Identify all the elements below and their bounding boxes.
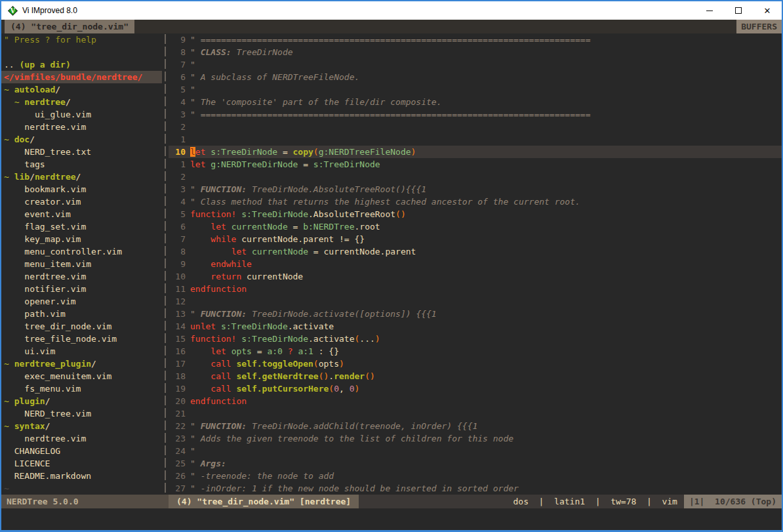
- code-line[interactable]: 11endfunction: [169, 283, 782, 295]
- code-line[interactable]: 13" FUNCTION: TreeDirNode.activate([opti…: [169, 308, 782, 320]
- main-area: " Press ? for help .. (up a dir)</vimfil…: [1, 33, 782, 495]
- tree-item[interactable]: nerdtree.vim: [1, 432, 162, 445]
- buffer-status: (4) "tree_dir_node.vim" [nerdtree]: [169, 495, 359, 508]
- tab-bar: (4) "tree_dir_node.vim" BUFFERS: [1, 20, 782, 33]
- tree-item[interactable]: </vimfiles/bundle/nerdtree/: [1, 71, 162, 83]
- code-line[interactable]: 4" The 'composite' part of the file/dir …: [169, 96, 782, 108]
- code-line[interactable]: 27" -inOrder: 1 if the new node should b…: [169, 482, 782, 495]
- code-line[interactable]: 1let g:NERDTreeDirNode = s:TreeDirNode: [169, 158, 782, 171]
- code-line[interactable]: 20endfunction: [169, 395, 782, 407]
- tree-item[interactable]: notifier.vim: [1, 283, 162, 295]
- tree-item[interactable]: creator.vim: [1, 195, 162, 208]
- tree-item[interactable]: menu_controller.vim: [1, 245, 162, 258]
- code-line[interactable]: 7": [169, 58, 782, 71]
- code-line[interactable]: 15function! s:TreeDirNode.activate(...): [169, 333, 782, 345]
- tree-item[interactable]: ~ autoload/: [1, 83, 162, 96]
- code-line[interactable]: 14unlet s:TreeDirNode.activate: [169, 320, 782, 333]
- line-number: 25: [169, 457, 186, 470]
- code-line[interactable]: 2: [169, 121, 782, 133]
- code-line[interactable]: 22" FUNCTION: TreeDirNode.addChild(treen…: [169, 420, 782, 432]
- tree-item[interactable]: ~: [1, 482, 162, 495]
- tree-item[interactable]: NERD_tree.vim: [1, 407, 162, 420]
- tree-item[interactable]: tree_file_node.vim: [1, 333, 162, 345]
- tree-item[interactable]: ~ doc/: [1, 133, 162, 146]
- tree-item[interactable]: menu_item.vim: [1, 258, 162, 270]
- tree-item[interactable]: ~ syntax/: [1, 420, 162, 432]
- tree-item[interactable]: NERD_tree.txt: [1, 146, 162, 158]
- code-line[interactable]: 25" Args:: [169, 457, 782, 470]
- tree-item[interactable]: bookmark.vim: [1, 183, 162, 195]
- code-line[interactable]: 10let s:TreeDirNode = copy(g:NERDTreeFil…: [169, 146, 782, 158]
- tree-item[interactable]: nerdtree.vim: [1, 270, 162, 283]
- tree-item[interactable]: key_map.vim: [1, 233, 162, 245]
- maximize-icon: [735, 7, 742, 14]
- code-line[interactable]: 3" FUNCTION: TreeDirNode.AbsoluteTreeRoo…: [169, 183, 782, 195]
- tree-item[interactable]: path.vim: [1, 308, 162, 320]
- close-button[interactable]: ✕: [753, 1, 782, 20]
- code-line[interactable]: 12: [169, 295, 782, 308]
- code-line[interactable]: 2: [169, 171, 782, 183]
- line-number: 2: [169, 121, 186, 133]
- window-separator[interactable]: [162, 33, 169, 495]
- vim-window: V Vi IMproved 8.0 ✕ (4) "tree_dir_node.v…: [0, 0, 783, 532]
- tree-item[interactable]: ~ nerdtree_plugin/: [1, 358, 162, 370]
- code-line[interactable]: 24": [169, 445, 782, 457]
- nerdtree-status: NERDTree 5.0.0: [1, 495, 169, 508]
- line-number: 8: [169, 245, 186, 258]
- file-info: dos | latin1 | tw=78 | vim: [513, 495, 683, 508]
- code-line[interactable]: 18 call self.getNerdtree().render(): [169, 370, 782, 382]
- tree-item[interactable]: ui.vim: [1, 345, 162, 358]
- code-line[interactable]: 1: [169, 133, 782, 146]
- code-line[interactable]: 5": [169, 83, 782, 96]
- command-line[interactable]: [1, 508, 782, 530]
- tree-item[interactable]: tree_dir_node.vim: [1, 320, 162, 333]
- tree-item[interactable]: ~ lib/nerdtree/: [1, 171, 162, 183]
- tree-item[interactable]: event.vim: [1, 208, 162, 220]
- code-line[interactable]: 10 return currentNode: [169, 270, 782, 283]
- svg-text:V: V: [10, 7, 16, 14]
- nerdtree-panel: " Press ? for help .. (up a dir)</vimfil…: [1, 33, 162, 495]
- line-number: 10: [169, 270, 186, 283]
- code-line[interactable]: 16 let opts = a:0 ? a:1 : {}: [169, 345, 782, 358]
- tree-item[interactable]: fs_menu.vim: [1, 382, 162, 395]
- code-line[interactable]: 19 call self.putCursorHere(0, 0): [169, 382, 782, 395]
- minimize-icon: [706, 10, 713, 11]
- title-bar: V Vi IMproved 8.0 ✕: [1, 1, 782, 20]
- tree-item[interactable]: exec_menuitem.vim: [1, 370, 162, 382]
- code-line[interactable]: 17 call self.toggleOpen(opts): [169, 358, 782, 370]
- tree-item[interactable]: opener.vim: [1, 295, 162, 308]
- code-line[interactable]: 26" -treenode: the node to add: [169, 470, 782, 482]
- line-number: 8: [169, 46, 186, 58]
- code-line[interactable]: 8 let currentNode = currentNode.parent: [169, 245, 782, 258]
- code-line[interactable]: 9" =====================================…: [169, 33, 782, 46]
- line-number: 5: [169, 208, 186, 220]
- code-line[interactable]: 9 endwhile: [169, 258, 782, 270]
- line-number: 5: [169, 83, 186, 96]
- tab-tree-dir-node[interactable]: (4) "tree_dir_node.vim": [5, 20, 134, 33]
- code-line[interactable]: 6" A subclass of NERDTreeFileNode.: [169, 71, 782, 83]
- code-line[interactable]: 7 while currentNode.parent != {}: [169, 233, 782, 245]
- code-line[interactable]: 5function! s:TreeDirNode.AbsoluteTreeRoo…: [169, 208, 782, 220]
- line-number: 6: [169, 71, 186, 83]
- tree-item[interactable]: " Press ? for help: [1, 33, 162, 46]
- tree-item[interactable]: ~ nerdtree/: [1, 96, 162, 108]
- code-line[interactable]: 4" Class method that returns the highest…: [169, 195, 782, 208]
- code-line[interactable]: 8" CLASS: TreeDirNode: [169, 46, 782, 58]
- tree-item[interactable]: .. (up a dir): [1, 58, 162, 71]
- tree-item[interactable]: LICENCE: [1, 457, 162, 470]
- code-line[interactable]: 3" =====================================…: [169, 108, 782, 121]
- tree-item[interactable]: ~ plugin/: [1, 395, 162, 407]
- tree-item[interactable]: [1, 46, 162, 58]
- code-line[interactable]: 21: [169, 407, 782, 420]
- code-line[interactable]: 23" Adds the given treenode to the list …: [169, 432, 782, 445]
- maximize-button[interactable]: [724, 1, 753, 20]
- tree-item[interactable]: CHANGELOG: [1, 445, 162, 457]
- tree-item[interactable]: ui_glue.vim: [1, 108, 162, 121]
- tree-item[interactable]: flag_set.vim: [1, 220, 162, 233]
- line-number: 18: [169, 370, 186, 382]
- tree-item[interactable]: tags: [1, 158, 162, 171]
- tree-item[interactable]: README.markdown: [1, 470, 162, 482]
- code-line[interactable]: 6 let currentNode = b:NERDTree.root: [169, 220, 782, 233]
- tree-item[interactable]: nerdtree.vim: [1, 121, 162, 133]
- minimize-button[interactable]: [695, 1, 724, 20]
